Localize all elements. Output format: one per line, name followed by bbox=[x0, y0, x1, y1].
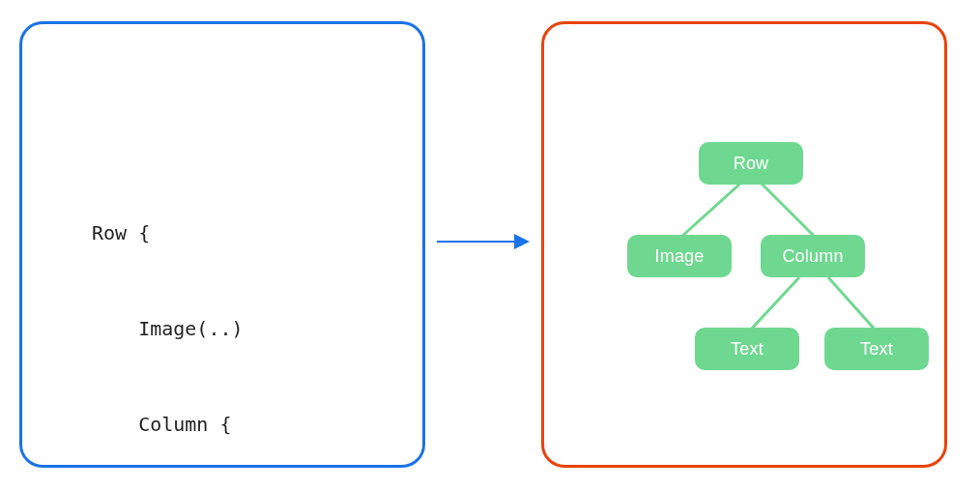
svg-line-4 bbox=[749, 277, 799, 331]
arrow-icon bbox=[437, 230, 530, 253]
tree-node-root: Row bbox=[699, 142, 803, 185]
code-line: Row { bbox=[92, 217, 278, 249]
tree-node-column: Column bbox=[761, 235, 865, 277]
tree-node-text-1: Text bbox=[695, 328, 799, 370]
code-line: Image(..) bbox=[92, 313, 278, 345]
code-block: Row { Image(..) Column { Text(..) Text(.… bbox=[92, 154, 278, 489]
svg-line-3 bbox=[761, 183, 815, 237]
svg-marker-1 bbox=[514, 234, 530, 249]
code-line: Column { bbox=[92, 409, 278, 441]
code-panel: Row { Image(..) Column { Text(..) Text(.… bbox=[19, 21, 425, 468]
tree-node-text-2: Text bbox=[824, 328, 929, 370]
tree-edges bbox=[544, 24, 950, 471]
tree-diagram: Row Image Column Text Text bbox=[544, 24, 950, 471]
svg-line-5 bbox=[828, 277, 877, 331]
tree-node-image: Image bbox=[627, 235, 732, 277]
tree-panel: Row Image Column Text Text bbox=[541, 21, 947, 468]
svg-line-2 bbox=[681, 183, 741, 237]
